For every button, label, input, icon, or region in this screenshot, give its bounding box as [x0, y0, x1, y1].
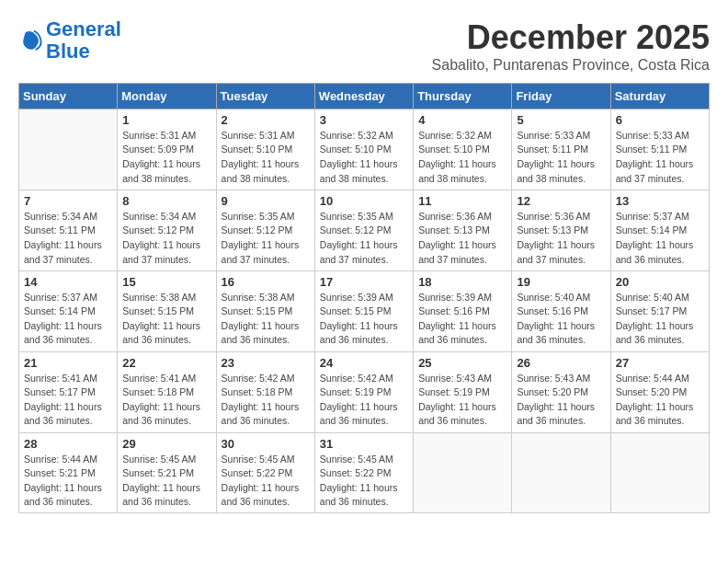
day-info-line: Daylight: 11 hours and 38 minutes. [418, 157, 506, 185]
day-info: Sunrise: 5:33 AMSunset: 5:11 PMDaylight:… [517, 129, 605, 186]
day-number: 14 [24, 275, 112, 289]
day-info: Sunrise: 5:32 AMSunset: 5:10 PMDaylight:… [320, 129, 408, 186]
weekday-header: Tuesday [216, 84, 314, 109]
day-info-line: Daylight: 11 hours and 37 minutes. [122, 238, 210, 266]
day-info-line: Daylight: 11 hours and 36 minutes. [24, 319, 112, 347]
day-number: 27 [616, 356, 704, 370]
day-number: 10 [320, 194, 408, 208]
day-number: 29 [122, 437, 210, 451]
day-info: Sunrise: 5:44 AMSunset: 5:20 PMDaylight:… [616, 372, 704, 429]
day-info: Sunrise: 5:40 AMSunset: 5:17 PMDaylight:… [616, 291, 704, 348]
calendar-cell: 24Sunrise: 5:42 AMSunset: 5:19 PMDayligh… [314, 351, 413, 432]
day-info-line: Daylight: 11 hours and 36 minutes. [517, 400, 605, 428]
day-number: 3 [320, 113, 408, 127]
calendar-cell [610, 432, 709, 513]
calendar-cell: 15Sunrise: 5:38 AMSunset: 5:15 PMDayligh… [118, 270, 216, 351]
day-info-line: Daylight: 11 hours and 37 minutes. [616, 157, 704, 185]
day-info-line: Sunrise: 5:31 AM [122, 129, 210, 143]
calendar-cell: 27Sunrise: 5:44 AMSunset: 5:20 PMDayligh… [610, 351, 709, 432]
calendar-cell: 31Sunrise: 5:45 AMSunset: 5:22 PMDayligh… [314, 432, 413, 513]
calendar-cell: 14Sunrise: 5:37 AMSunset: 5:14 PMDayligh… [19, 270, 118, 351]
day-info-line: Daylight: 11 hours and 36 minutes. [320, 400, 408, 428]
calendar-cell: 20Sunrise: 5:40 AMSunset: 5:17 PMDayligh… [610, 270, 709, 351]
day-number: 1 [122, 113, 210, 127]
weekday-header: Sunday [19, 84, 118, 109]
day-info-line: Sunset: 5:10 PM [222, 143, 310, 156]
day-info-line: Sunrise: 5:41 AM [122, 372, 210, 385]
calendar-cell: 12Sunrise: 5:36 AMSunset: 5:13 PMDayligh… [512, 190, 610, 270]
day-number: 9 [222, 194, 310, 208]
day-info-line: Sunset: 5:11 PM [616, 143, 704, 156]
day-info-line: Daylight: 11 hours and 36 minutes. [616, 319, 704, 347]
day-info: Sunrise: 5:43 AMSunset: 5:19 PMDaylight:… [418, 372, 506, 429]
day-info-line: Daylight: 11 hours and 36 minutes. [222, 400, 310, 428]
day-info-line: Sunrise: 5:42 AM [320, 372, 408, 385]
calendar-cell: 6Sunrise: 5:33 AMSunset: 5:11 PMDaylight… [610, 109, 709, 190]
day-info-line: Daylight: 11 hours and 36 minutes. [122, 400, 210, 428]
calendar-cell: 9Sunrise: 5:35 AMSunset: 5:12 PMDaylight… [216, 190, 314, 270]
day-info-line: Sunrise: 5:36 AM [517, 210, 605, 224]
day-info-line: Sunrise: 5:40 AM [616, 291, 704, 304]
day-info: Sunrise: 5:37 AMSunset: 5:14 PMDaylight:… [24, 291, 112, 348]
month-title: December 2025 [432, 18, 710, 57]
day-info-line: Sunset: 5:11 PM [517, 143, 605, 156]
day-number: 31 [320, 437, 408, 451]
day-info-line: Daylight: 11 hours and 38 minutes. [517, 157, 605, 185]
day-info-line: Sunset: 5:14 PM [24, 304, 112, 318]
day-info-line: Sunrise: 5:43 AM [418, 372, 506, 385]
weekday-header: Monday [118, 84, 216, 109]
day-info-line: Sunset: 5:13 PM [517, 224, 605, 237]
day-info-line: Sunrise: 5:45 AM [122, 453, 210, 466]
day-number: 2 [222, 113, 310, 127]
day-info-line: Daylight: 11 hours and 36 minutes. [517, 319, 605, 347]
day-number: 26 [517, 356, 605, 370]
day-number: 21 [24, 356, 112, 370]
day-info: Sunrise: 5:35 AMSunset: 5:12 PMDaylight:… [222, 210, 310, 267]
day-info-line: Sunrise: 5:39 AM [418, 291, 506, 304]
day-number: 22 [122, 356, 210, 370]
day-info: Sunrise: 5:43 AMSunset: 5:20 PMDaylight:… [517, 372, 605, 429]
day-info: Sunrise: 5:45 AMSunset: 5:21 PMDaylight:… [122, 453, 210, 510]
day-info-line: Daylight: 11 hours and 37 minutes. [24, 238, 112, 266]
day-info: Sunrise: 5:45 AMSunset: 5:22 PMDaylight:… [320, 453, 408, 510]
weekday-header: Saturday [610, 84, 709, 109]
day-info: Sunrise: 5:32 AMSunset: 5:10 PMDaylight:… [418, 129, 506, 186]
day-number: 4 [418, 113, 506, 127]
day-number: 20 [616, 275, 704, 289]
calendar-cell: 26Sunrise: 5:43 AMSunset: 5:20 PMDayligh… [512, 351, 610, 432]
day-info-line: Sunset: 5:21 PM [122, 466, 210, 480]
weekday-header: Friday [512, 84, 610, 109]
calendar-cell: 18Sunrise: 5:39 AMSunset: 5:16 PMDayligh… [414, 270, 512, 351]
logo-text: General Blue [46, 18, 121, 63]
day-info-line: Sunrise: 5:35 AM [222, 210, 310, 224]
day-number: 28 [24, 437, 112, 451]
day-info-line: Daylight: 11 hours and 36 minutes. [320, 481, 408, 509]
day-info: Sunrise: 5:34 AMSunset: 5:11 PMDaylight:… [24, 210, 112, 267]
day-number: 15 [122, 275, 210, 289]
weekday-header: Thursday [414, 84, 512, 109]
day-number: 16 [222, 275, 310, 289]
day-info-line: Sunset: 5:10 PM [418, 143, 506, 156]
day-info-line: Daylight: 11 hours and 36 minutes. [24, 481, 112, 509]
weekday-header: Wednesday [314, 84, 413, 109]
day-info-line: Sunset: 5:15 PM [122, 304, 210, 318]
day-info-line: Daylight: 11 hours and 36 minutes. [320, 319, 408, 347]
calendar-cell: 29Sunrise: 5:45 AMSunset: 5:21 PMDayligh… [118, 432, 216, 513]
calendar-table: SundayMondayTuesdayWednesdayThursdayFrid… [18, 83, 710, 513]
day-info-line: Daylight: 11 hours and 36 minutes. [222, 319, 310, 347]
day-number: 13 [616, 194, 704, 208]
day-info-line: Daylight: 11 hours and 37 minutes. [320, 238, 408, 266]
day-info-line: Sunset: 5:09 PM [122, 143, 210, 156]
day-info-line: Daylight: 11 hours and 36 minutes. [616, 400, 704, 428]
day-number: 5 [517, 113, 605, 127]
day-info: Sunrise: 5:39 AMSunset: 5:15 PMDaylight:… [320, 291, 408, 348]
logo: General Blue [18, 18, 121, 63]
calendar-cell: 25Sunrise: 5:43 AMSunset: 5:19 PMDayligh… [414, 351, 512, 432]
calendar-cell: 4Sunrise: 5:32 AMSunset: 5:10 PMDaylight… [414, 109, 512, 190]
calendar-week-row: 7Sunrise: 5:34 AMSunset: 5:11 PMDaylight… [19, 190, 710, 270]
day-number: 30 [222, 437, 310, 451]
day-info-line: Daylight: 11 hours and 36 minutes. [418, 319, 506, 347]
day-info-line: Sunrise: 5:32 AM [418, 129, 506, 143]
calendar-week-row: 14Sunrise: 5:37 AMSunset: 5:14 PMDayligh… [19, 270, 710, 351]
day-info: Sunrise: 5:31 AMSunset: 5:10 PMDaylight:… [222, 129, 310, 186]
